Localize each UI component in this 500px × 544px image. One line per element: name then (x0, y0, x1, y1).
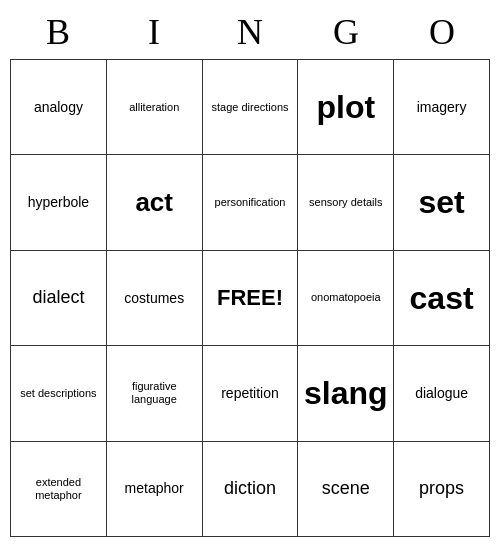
bingo-cell-r2-c2: FREE! (203, 251, 299, 346)
bingo-cell-r1-c1: act (107, 155, 203, 250)
cell-text-r3-c0: set descriptions (20, 387, 96, 400)
cell-text-r3-c1: figurative language (111, 380, 198, 406)
bingo-cell-r3-c3: slang (298, 346, 394, 441)
cell-text-r4-c4: props (419, 478, 464, 500)
header-letter-i: I (106, 7, 202, 57)
bingo-cell-r3-c0: set descriptions (11, 346, 107, 441)
bingo-cell-r2-c3: onomatopoeia (298, 251, 394, 346)
cell-text-r1-c0: hyperbole (28, 194, 90, 211)
cell-text-r3-c3: slang (304, 374, 388, 412)
bingo-cell-r4-c3: scene (298, 442, 394, 537)
bingo-cell-r1-c4: set (394, 155, 490, 250)
cell-text-r3-c2: repetition (221, 385, 279, 402)
bingo-cell-r3-c1: figurative language (107, 346, 203, 441)
bingo-cell-r1-c2: personification (203, 155, 299, 250)
cell-text-r0-c2: stage directions (211, 101, 288, 114)
header-letter-n: N (202, 7, 298, 57)
bingo-cell-r4-c0: extended metaphor (11, 442, 107, 537)
bingo-cell-r0-c1: alliteration (107, 60, 203, 155)
cell-text-r2-c1: costumes (124, 290, 184, 307)
bingo-cell-r2-c1: costumes (107, 251, 203, 346)
bingo-cell-r0-c3: plot (298, 60, 394, 155)
bingo-cell-r4-c2: diction (203, 442, 299, 537)
cell-text-r4-c3: scene (322, 478, 370, 500)
bingo-cell-r2-c4: cast (394, 251, 490, 346)
cell-text-r1-c3: sensory details (309, 196, 382, 209)
cell-text-r4-c0: extended metaphor (15, 476, 102, 502)
bingo-cell-r2-c0: dialect (11, 251, 107, 346)
cell-text-r4-c1: metaphor (125, 480, 184, 497)
bingo-cell-r4-c4: props (394, 442, 490, 537)
bingo-cell-r0-c2: stage directions (203, 60, 299, 155)
cell-text-r2-c2: FREE! (217, 285, 283, 311)
bingo-grid: analogyalliterationstage directionsploti… (10, 59, 490, 537)
bingo-cell-r0-c4: imagery (394, 60, 490, 155)
bingo-header: BINGO (10, 7, 490, 57)
bingo-cell-r3-c4: dialogue (394, 346, 490, 441)
bingo-cell-r1-c3: sensory details (298, 155, 394, 250)
cell-text-r0-c0: analogy (34, 99, 83, 116)
bingo-cell-r4-c1: metaphor (107, 442, 203, 537)
bingo-cell-r1-c0: hyperbole (11, 155, 107, 250)
cell-text-r1-c2: personification (215, 196, 286, 209)
header-letter-o: O (394, 7, 490, 57)
bingo-cell-r3-c2: repetition (203, 346, 299, 441)
bingo-cell-r0-c0: analogy (11, 60, 107, 155)
cell-text-r3-c4: dialogue (415, 385, 468, 402)
header-letter-b: B (10, 7, 106, 57)
cell-text-r0-c4: imagery (417, 99, 467, 116)
cell-text-r2-c0: dialect (32, 287, 84, 309)
cell-text-r2-c3: onomatopoeia (311, 291, 381, 304)
cell-text-r1-c4: set (418, 183, 464, 221)
cell-text-r0-c1: alliteration (129, 101, 179, 114)
cell-text-r4-c2: diction (224, 478, 276, 500)
cell-text-r0-c3: plot (316, 88, 375, 126)
cell-text-r1-c1: act (135, 187, 173, 218)
cell-text-r2-c4: cast (410, 279, 474, 317)
header-letter-g: G (298, 7, 394, 57)
bingo-card: BINGO analogyalliterationstage direction… (10, 7, 490, 537)
